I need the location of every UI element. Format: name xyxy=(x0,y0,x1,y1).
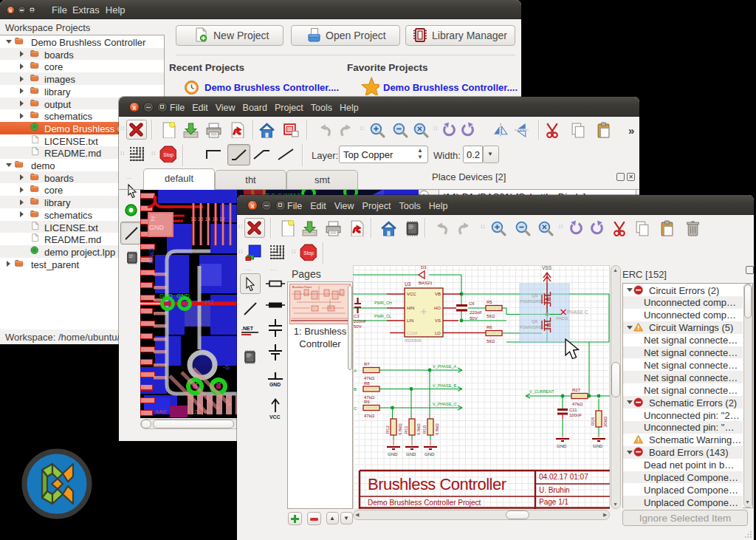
svg-text:Q6: Q6 xyxy=(532,319,538,324)
svg-text:Brushless Controller: Brushless Controller xyxy=(368,475,506,493)
svg-text:C11: C11 xyxy=(569,408,577,412)
svg-text:PWR_CH: PWR_CH xyxy=(374,301,392,305)
svg-text:GND: GND xyxy=(159,293,173,299)
svg-text:13: 13 xyxy=(142,245,147,250)
svg-text:V_PHASE_B: V_PHASE_B xyxy=(433,383,456,388)
svg-text:GND: GND xyxy=(388,452,398,457)
svg-text:Demo Brushless Controller Proj: Demo Brushless Controller Project xyxy=(368,499,481,507)
svg-text:V_PHASE_A: V_PHASE_A xyxy=(433,364,456,369)
svg-text:C6: C6 xyxy=(469,301,475,306)
svg-text:U3: U3 xyxy=(405,281,411,287)
svg-text:COM: COM xyxy=(407,331,417,335)
svg-text:17: 17 xyxy=(142,194,147,199)
svg-text:V_CURRENT: V_CURRENT xyxy=(529,389,554,394)
svg-text:VS: VS xyxy=(435,318,441,323)
svg-text:N#2: N#2 xyxy=(211,379,222,386)
svg-text:220nF: 220nF xyxy=(354,319,366,324)
svg-text:GND: GND xyxy=(149,224,165,231)
svg-text:GND: GND xyxy=(406,452,416,457)
svg-text:Page 1/1: Page 1/1 xyxy=(539,498,568,506)
svg-text:R27: R27 xyxy=(572,388,581,392)
svg-text:A: A xyxy=(354,369,357,373)
svg-text:47kΩ: 47kΩ xyxy=(364,395,375,400)
svg-text:16 15 14 13 12: 16 15 14 13 12 xyxy=(190,216,225,222)
svg-text:U. Bruhin: U. Bruhin xyxy=(539,486,570,494)
svg-text:R18: R18 xyxy=(591,417,595,425)
svg-text:50V: 50V xyxy=(470,316,478,321)
svg-text:VSS: VSS xyxy=(542,265,552,270)
svg-text:VCC: VCC xyxy=(407,292,416,296)
svg-text:220nF: 220nF xyxy=(470,310,482,315)
svg-text:11: 11 xyxy=(142,271,147,276)
svg-text:GND: GND xyxy=(557,444,567,448)
svg-text:R10: R10 xyxy=(422,425,427,434)
svg-text:V_PHASE_C: V_PHASE_C xyxy=(433,402,456,406)
svg-text:6.8kΩ: 6.8kΩ xyxy=(435,423,439,435)
svg-text:IR25606: IR25606 xyxy=(405,338,422,343)
svg-text:R5: R5 xyxy=(487,300,492,304)
svg-text:R8: R8 xyxy=(364,381,370,386)
svg-text:R12: R12 xyxy=(385,425,390,434)
svg-text:14: 14 xyxy=(142,233,147,237)
svg-text:GND: GND xyxy=(269,382,281,387)
svg-text:12: 12 xyxy=(142,259,147,263)
svg-text:2:: 2: xyxy=(151,215,157,222)
svg-text:PADS: PADS xyxy=(556,316,568,321)
svg-text:HO: HO xyxy=(434,306,441,310)
svg-text:GND: GND xyxy=(176,293,190,299)
svg-text:LIN: LIN xyxy=(407,318,413,323)
svg-text:6.8kΩ: 6.8kΩ xyxy=(416,423,421,435)
svg-text:И3: И3 xyxy=(205,298,213,306)
svg-text:R7: R7 xyxy=(364,362,370,366)
svg-text:VCC: VCC xyxy=(269,414,280,420)
svg-text:PWR_CL: PWR_CL xyxy=(374,314,391,318)
svg-text:ѦАЕ: ѦАЕ xyxy=(155,409,167,415)
svg-text:04.02.17 01:07: 04.02.17 01:07 xyxy=(539,473,588,481)
svg-text:.NET: .NET xyxy=(241,326,254,331)
svg-text:PHASE C: PHASE C xyxy=(567,310,588,315)
svg-text:BAS21: BAS21 xyxy=(419,281,433,285)
svg-text:10: 10 xyxy=(142,284,147,288)
svg-text:GND: GND xyxy=(425,452,435,457)
svg-text:16: 16 xyxy=(142,207,147,211)
svg-text:VB: VB xyxy=(435,292,441,296)
svg-text:N№3: N№3 xyxy=(148,248,155,264)
svg-text:56Ω: 56Ω xyxy=(487,314,495,318)
svg-text:GND: GND xyxy=(593,444,603,448)
svg-text:R11: R11 xyxy=(404,425,408,434)
svg-text:LO: LO xyxy=(435,331,441,335)
svg-text:100nF: 100nF xyxy=(569,413,582,417)
svg-text:15: 15 xyxy=(142,220,147,225)
svg-text:-S: -S xyxy=(223,363,230,371)
svg-text:C3: C3 xyxy=(354,314,360,318)
svg-text:47kΩ: 47kΩ xyxy=(364,376,375,380)
svg-text:20kΩ: 20kΩ xyxy=(603,416,608,427)
svg-text:D3: D3 xyxy=(421,265,427,270)
svg-text:C: C xyxy=(354,406,357,411)
svg-text:47kΩ: 47kΩ xyxy=(572,402,583,406)
svg-text:50V: 50V xyxy=(354,324,362,329)
svg-text:Q5: Q5 xyxy=(532,293,538,298)
svg-text:R9: R9 xyxy=(364,400,370,404)
svg-text:Brushless Power: Brushless Power xyxy=(292,286,312,289)
svg-text:R6: R6 xyxy=(487,325,492,329)
svg-text:6.8kΩ: 6.8kΩ xyxy=(398,423,402,435)
svg-text:56Ω: 56Ω xyxy=(487,339,495,344)
svg-text:B: B xyxy=(354,387,357,392)
svg-text:HIN: HIN xyxy=(407,306,414,310)
svg-text:47kΩ: 47kΩ xyxy=(364,414,375,418)
